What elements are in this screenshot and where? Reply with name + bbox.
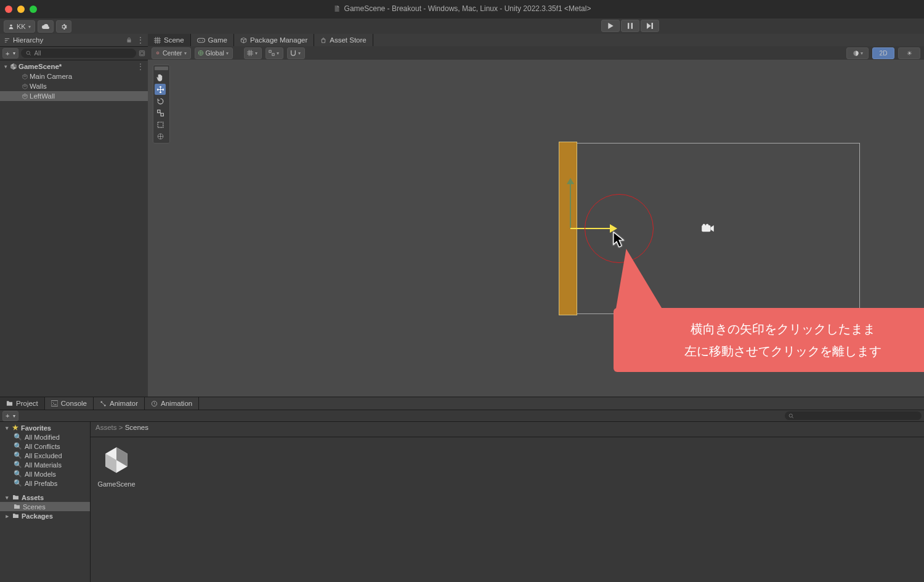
space-mode-dropdown[interactable]: Global▾ [195, 47, 233, 59]
gizmo-x-axis[interactable] [570, 228, 611, 229]
hierarchy-tab[interactable]: Hierarchy ⋮ [0, 34, 148, 47]
search-icon: 🔍 [14, 461, 22, 469]
scene-menu-icon[interactable]: ⋮ [137, 62, 144, 71]
favorite-label: All Prefabs [25, 480, 57, 487]
scene-viewport[interactable]: 横向きの矢印をクリックしたまま 左に移動させてクリックを離します [148, 60, 924, 397]
hierarchy-search-input[interactable]: All [21, 49, 136, 58]
favorite-all-materials[interactable]: 🔍All Materials [0, 460, 90, 469]
tab-animation[interactable]: Animation [145, 397, 199, 410]
breadcrumb-root[interactable]: Assets [95, 424, 117, 431]
pivot-mode-dropdown[interactable]: Center▾ [152, 47, 191, 59]
rect-tool[interactable] [155, 119, 166, 130]
tab-label: Animator [110, 400, 138, 407]
search-icon: 🔍 [14, 470, 22, 478]
settings-button[interactable] [56, 20, 71, 33]
scale-tool[interactable] [155, 107, 166, 118]
move-tool[interactable] [155, 84, 166, 95]
draw-mode-dropdown[interactable]: ▾ [846, 47, 869, 59]
lock-icon[interactable] [126, 37, 132, 43]
assets-folder-scenes[interactable]: Scenes [0, 502, 90, 511]
expand-toggle[interactable]: ▾ [2, 63, 9, 70]
rotate-tool[interactable] [155, 95, 166, 107]
assets-header: Assets [22, 494, 44, 501]
tab-game[interactable]: Game [191, 34, 234, 46]
window-maximize-button[interactable] [30, 6, 37, 13]
gear-icon [60, 23, 67, 30]
favorite-all-modified[interactable]: 🔍All Modified [0, 432, 90, 442]
callout-line-2: 左に移動させてクリックを離します [626, 340, 924, 362]
project-search-input[interactable] [785, 411, 922, 420]
svg-rect-14 [269, 51, 271, 52]
pivot-icon [155, 50, 161, 56]
hand-tool[interactable] [155, 72, 166, 83]
tab-asset-store[interactable]: Asset Store [314, 34, 373, 46]
play-icon [608, 23, 614, 29]
assets-header-row[interactable]: ▾Assets [0, 493, 90, 502]
scale-icon [156, 109, 164, 117]
search-icon: 🔍 [14, 451, 22, 459]
svg-point-0 [10, 25, 12, 26]
scene-tab-icon [154, 37, 161, 44]
project-create-dropdown[interactable]: +▾ [2, 411, 18, 421]
main-tab-bar: Scene Game Package Manager Asset Store [148, 34, 924, 47]
packages-header-row[interactable]: ▾Packages [0, 511, 90, 520]
camera-gizmo-icon[interactable] [701, 224, 715, 235]
asset-thumb-gamescene[interactable]: GameScene [97, 443, 136, 488]
favorites-header-row[interactable]: ▾★Favorites [0, 423, 90, 432]
favorite-all-conflicts[interactable]: 🔍All Conflicts [0, 442, 90, 451]
2d-mode-toggle[interactable]: 2D [872, 47, 894, 59]
window-minimize-button[interactable] [17, 6, 25, 13]
svg-rect-6 [140, 52, 144, 55]
favorite-all-excluded[interactable]: 🔍All Excluded [0, 451, 90, 460]
favorite-all-prefabs[interactable]: 🔍All Prefabs [0, 479, 90, 488]
scene-view-toolbar: Center▾ Global▾ ▾ ▾ ▾ ▾ 2D ☀ [148, 46, 924, 60]
step-icon [647, 23, 653, 29]
tab-package-manager[interactable]: Package Manager [234, 34, 314, 46]
unity-file-icon [333, 5, 341, 12]
unity-scene-asset-icon [100, 443, 133, 477]
hierarchy-scene-row[interactable]: ▾ GameScene* ⋮ [0, 62, 148, 71]
console-icon [51, 400, 58, 406]
tab-label: Game [208, 36, 227, 44]
pause-icon [628, 23, 633, 29]
tab-project[interactable]: Project [0, 397, 45, 410]
unity-scene-icon [10, 63, 17, 70]
pause-button[interactable] [621, 20, 639, 32]
animation-icon [151, 400, 158, 407]
gizmo-y-axis[interactable] [570, 183, 571, 228]
hierarchy-item-leftwall[interactable]: LeftWall [0, 91, 148, 101]
cloud-button[interactable] [38, 20, 54, 33]
tab-animator[interactable]: Animator [94, 397, 145, 410]
create-dropdown[interactable]: +▾ [2, 48, 18, 59]
tab-scene[interactable]: Scene [148, 34, 191, 46]
scene-lighting-toggle[interactable]: ☀ [898, 47, 920, 59]
svg-rect-24 [51, 400, 58, 406]
snap-increment-dropdown[interactable]: ▾ [265, 47, 283, 59]
favorite-label: All Excluded [25, 452, 62, 459]
gameobject-icon [21, 73, 28, 80]
hierarchy-item-main-camera[interactable]: Main Camera [0, 71, 148, 81]
favorite-label: All Materials [25, 461, 62, 469]
panel-menu-icon[interactable]: ⋮ [137, 36, 144, 44]
folder-icon [12, 495, 19, 500]
step-button[interactable] [641, 20, 659, 32]
window-close-button[interactable] [5, 6, 12, 13]
search-icon: 🔍 [14, 433, 22, 441]
grid-snap-dropdown[interactable]: ▾ [244, 47, 262, 59]
snap-settings-dropdown[interactable]: ▾ [287, 47, 305, 59]
shaded-icon [853, 50, 859, 57]
folder-label: Scenes [23, 503, 46, 511]
favorite-all-models[interactable]: 🔍All Models [0, 469, 90, 479]
hierarchy-item-walls[interactable]: Walls [0, 81, 148, 91]
transform-tool[interactable] [155, 131, 166, 142]
person-icon [8, 23, 14, 30]
tab-label: Animation [161, 400, 192, 407]
account-dropdown[interactable]: KK ▾ [4, 20, 35, 33]
tab-label: Project [16, 400, 38, 407]
play-button[interactable] [601, 20, 620, 32]
search-icon [788, 413, 794, 419]
scene-picker-icon[interactable] [139, 50, 145, 57]
toolstrip-grip[interactable] [155, 67, 168, 70]
project-breadcrumb[interactable]: Assets > Scenes [91, 422, 924, 437]
tab-console[interactable]: Console [45, 397, 94, 410]
